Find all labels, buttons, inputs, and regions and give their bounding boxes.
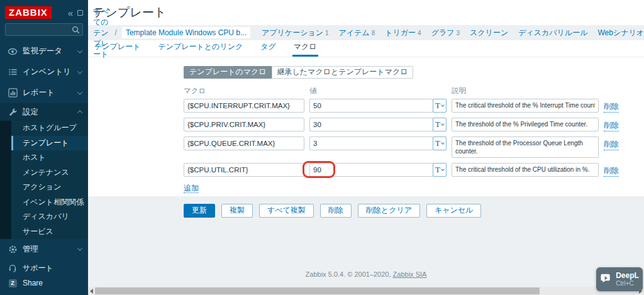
zabbix-logo[interactable]: ZABBIX [5, 6, 52, 19]
zabbix-share-icon: Z [8, 278, 18, 288]
footer-version-text: Zabbix 5.0.4. © 2001–2020, [306, 270, 391, 278]
delete-button[interactable]: 削除 [320, 204, 352, 218]
add-macro-link[interactable]: 追加 [184, 184, 199, 193]
form-tabs: テンプレート テンプレートとのリンク タグ マクロ [88, 40, 644, 57]
deepl-title: DeepL [616, 272, 639, 280]
submenu-label: ホスト [23, 152, 46, 163]
sidebar-item-label: インベントリ [23, 67, 71, 77]
nav-link-web-scenarios[interactable]: Webシナリオ [597, 28, 644, 38]
remove-macro-link[interactable]: 削除 [604, 120, 619, 131]
gear-icon [8, 244, 18, 254]
sidebar-item-maintenance[interactable]: メンテナンス [11, 165, 88, 181]
submenu-label: サービス [23, 226, 53, 237]
wrench-icon [8, 107, 18, 117]
macro-row: T 削除 [184, 118, 644, 131]
macro-value-input[interactable] [309, 118, 433, 131]
search-icon[interactable] [72, 25, 80, 36]
template-form-widget: テンプレート テンプレートとのリンク タグ マクロ テンプレートのマクロ 継承し… [88, 40, 644, 196]
value-type-dropdown[interactable]: T [433, 163, 447, 177]
nav-link-discovery-rules[interactable]: ディスカバリルール [518, 28, 587, 38]
value-type-dropdown[interactable]: T [433, 99, 447, 113]
macro-value-input[interactable] [309, 136, 433, 150]
tab-macros[interactable]: マクロ [292, 42, 318, 57]
remove-macro-link[interactable]: 削除 [604, 139, 619, 150]
column-header-macro: マクロ [184, 86, 309, 96]
nav-link-triggers[interactable]: トリガー4 [385, 28, 421, 38]
scrollbar-thumb[interactable] [95, 287, 540, 294]
macro-description-input[interactable]: The threshold of the Processor Queue Len… [452, 136, 599, 158]
macro-name-input[interactable] [184, 99, 304, 113]
clone-button[interactable]: 複製 [221, 204, 253, 218]
remove-macro-link[interactable]: 削除 [604, 165, 619, 177]
macro-name-input[interactable] [184, 136, 304, 150]
macro-description-input[interactable] [452, 118, 599, 131]
sidebar-item-label: サポート [23, 263, 53, 274]
sidebar-item-support[interactable]: サポート [0, 260, 88, 276]
sidebar-item-configuration[interactable]: 設定 [0, 103, 88, 121]
nav-link-screens[interactable]: スクリーン [470, 28, 508, 38]
chevron-down-icon [77, 89, 82, 94]
nav-link-items[interactable]: アイテム8 [339, 28, 375, 38]
full-clone-button[interactable]: すべて複製 [259, 204, 314, 218]
breadcrumb: すべてのテンプレート / Template Module Windows CPU… [88, 25, 644, 40]
macro-source-toggle: テンプレートのマクロ 継承したマクロとテンプレートマクロ [184, 66, 413, 79]
chevron-down-icon [441, 141, 445, 145]
submenu-label: アクション [23, 182, 61, 192]
macro-description-input[interactable] [452, 99, 599, 113]
macro-value-input[interactable] [309, 99, 433, 113]
sidebar-item-actions[interactable]: アクション [11, 180, 88, 195]
nav-link-applications[interactable]: アプリケーション1 [262, 28, 329, 38]
tab-template[interactable]: テンプレート [93, 42, 142, 57]
breadcrumb-separator: / [115, 28, 117, 37]
macro-value-input[interactable] [309, 163, 433, 177]
nav-link-graphs[interactable]: グラフ3 [431, 28, 460, 38]
sidebar-item-services[interactable]: サービス [11, 225, 88, 240]
chevron-down-icon [441, 167, 445, 171]
breadcrumb-current-template-link[interactable]: Template Module Windows CPU b... [122, 27, 250, 38]
update-button[interactable]: 更新 [184, 204, 215, 218]
compact-view-icon[interactable] [77, 10, 83, 16]
sidebar-group-configuration: 設定 ホストグループ テンプレート ホスト メンテナンス アクション イベント相… [0, 103, 88, 239]
macro-name-input[interactable] [184, 118, 304, 131]
macro-description-input[interactable] [452, 163, 599, 177]
sidebar-item-templates[interactable]: テンプレート [11, 136, 88, 151]
macro-row: T 削除 [184, 99, 644, 113]
submenu-label: ディスカバリ [23, 211, 69, 222]
configuration-submenu: ホストグループ テンプレート ホスト メンテナンス アクション イベント相関関係… [0, 121, 88, 239]
count-badge: 1 [325, 30, 329, 36]
count-badge: 4 [418, 30, 421, 36]
deepl-popup[interactable]: DeepL Ctrl+C [596, 267, 643, 291]
sidebar-item-monitoring[interactable]: 監視データ [0, 41, 88, 62]
collapse-sidebar-icon[interactable]: « [68, 8, 73, 18]
report-icon [8, 88, 18, 98]
tab-linked-templates[interactable]: テンプレートとのリンク [157, 42, 244, 57]
toggle-template-macros[interactable]: テンプレートのマクロ [184, 66, 272, 79]
eye-icon [8, 47, 18, 57]
sidebar-item-event-correlation[interactable]: イベント相関関係 [11, 195, 88, 210]
sidebar-item-host-groups[interactable]: ホストグループ [11, 121, 88, 136]
zabbix-sia-link[interactable]: Zabbix SIA [393, 270, 427, 278]
remove-macro-link[interactable]: 削除 [604, 101, 619, 113]
value-type-dropdown[interactable]: T [433, 136, 447, 150]
sidebar-item-label: 監視データ [23, 46, 62, 57]
chevron-down-icon [77, 69, 82, 74]
submenu-label: テンプレート [23, 138, 69, 148]
scroll-left-arrow-icon[interactable] [90, 289, 93, 294]
sidebar-item-reports[interactable]: レポート [0, 82, 88, 103]
cancel-button[interactable]: キャンセル [426, 204, 481, 218]
macro-name-input[interactable] [184, 163, 304, 177]
entity-nav-links: アプリケーション1 アイテム8 トリガー4 グラフ3 スクリーン ディスカバリル… [262, 28, 644, 38]
toggle-inherited-macros[interactable]: 継承したマクロとテンプレートマクロ [272, 66, 414, 79]
sidebar-item-inventory[interactable]: インベントリ [0, 62, 88, 82]
sidebar-item-administration[interactable]: 管理 [0, 239, 88, 259]
horizontal-scrollbar[interactable] [88, 287, 644, 295]
sidebar-item-hosts[interactable]: ホスト [11, 150, 88, 165]
chevron-down-icon [441, 122, 445, 126]
value-type-dropdown[interactable]: T [433, 118, 447, 131]
sidebar-item-share[interactable]: Z Share [0, 276, 88, 291]
page-footer: Zabbix 5.0.4. © 2001–2020, Zabbix SIA [88, 270, 644, 278]
sidebar-item-label: 管理 [23, 244, 38, 255]
tab-tags[interactable]: タグ [259, 42, 277, 57]
delete-and-clear-button[interactable]: 削除とクリア [358, 204, 420, 218]
sidebar-item-discovery[interactable]: ディスカバリ [11, 209, 88, 225]
